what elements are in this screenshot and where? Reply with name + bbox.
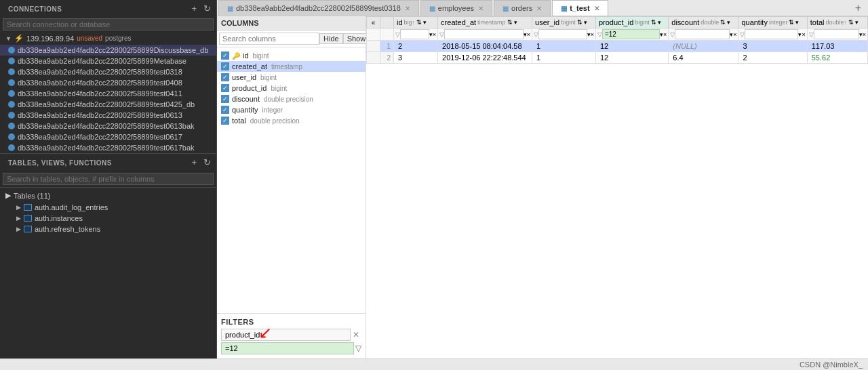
column-checkbox[interactable]: ✓ [221, 95, 229, 103]
column-checkbox[interactable]: ✓ [221, 106, 229, 114]
filter-clear-button[interactable]: × [733, 31, 736, 38]
tab-item[interactable]: ▦db338ea9abb2ed4fadb2cc228002f58899test0… [218, 0, 419, 16]
tables-group-title[interactable]: ▶ Tables (11) [3, 189, 214, 202]
database-item[interactable]: db338ea9abb2ed4fadb2cc228002f58899test06… [0, 121, 216, 131]
database-item[interactable]: db338ea9abb2ed4fadb2cc228002f58899test06… [0, 110, 216, 121]
sort-button[interactable]: ⇅ [720, 19, 726, 26]
filter-clear-button[interactable]: × [863, 31, 866, 38]
filter-clear-button[interactable]: × [663, 31, 667, 38]
column-item[interactable]: ✓ 🔑 id bigint [217, 50, 366, 61]
sort-button[interactable]: ⇅ [651, 19, 656, 26]
column-filter-input[interactable] [538, 29, 587, 39]
column-filter-input[interactable] [444, 29, 524, 39]
product-id-cell: 12 [595, 41, 668, 52]
column-item[interactable]: ✓ discount double precision [217, 94, 366, 104]
column-checkbox[interactable]: ✓ [221, 84, 229, 92]
tables-group: ▶ Tables (11) ▶auth.audit_log_entries▶au… [0, 188, 216, 236]
add-table-button[interactable]: + [189, 156, 199, 169]
column-menu-button[interactable]: ▾ [855, 19, 859, 26]
column-item[interactable]: ✓ user_id bigint [217, 72, 366, 83]
filter-field-input[interactable] [221, 329, 351, 341]
table-item[interactable]: ▶auth.audit_log_entries [3, 202, 214, 213]
sort-button[interactable]: ⇅ [577, 19, 583, 26]
column-type: bigint [260, 74, 277, 81]
refresh-tables-button[interactable]: ↻ [201, 156, 214, 169]
column-menu-button[interactable]: ▾ [423, 19, 427, 26]
column-filter-input[interactable] [814, 29, 859, 39]
column-filter-input[interactable] [400, 29, 429, 39]
table-item[interactable]: ▶auth.instances [3, 213, 214, 224]
database-item[interactable]: db338ea9abb2ed4fadb2cc228002f58899test06… [0, 131, 216, 142]
filter-clear-button[interactable]: × [527, 31, 530, 38]
column-filter-input[interactable] [675, 29, 730, 39]
column-menu-button[interactable]: ▾ [795, 19, 799, 26]
tab-item[interactable]: ▦orders✕ [494, 0, 551, 16]
filter-cell-icon: ▽ [597, 31, 602, 38]
add-tab-button[interactable]: + [850, 2, 867, 14]
database-item[interactable]: db338ea9abb2ed4fadb2cc228002f58899test04… [0, 88, 216, 99]
filter-cell-icon: ▽ [670, 31, 675, 38]
filter-cell-icon: ▽ [534, 31, 538, 38]
tables-search-input[interactable] [3, 173, 214, 185]
columns-search-input[interactable] [219, 33, 319, 45]
database-item[interactable]: db338ea9abb2ed4fadb2cc228002f58899Metaba… [0, 56, 216, 66]
filter-close-button[interactable]: ✕ [351, 330, 361, 340]
database-item[interactable]: db338ea9abb2ed4fadb2cc228002f58899test04… [0, 77, 216, 88]
database-item[interactable]: db338ea9abb2ed4fadb2cc228002f58899Discus… [0, 45, 216, 56]
column-checkbox[interactable]: ✓ [221, 117, 229, 125]
tab-label: orders [511, 4, 532, 12]
column-header: discount double ⇅ ▾ [669, 17, 738, 28]
tab-item[interactable]: ▦t_test✕ [552, 0, 608, 16]
filter-funnel-icon[interactable]: ▽ [355, 344, 361, 353]
column-filter-input[interactable] [602, 29, 660, 39]
filter-cell-icon: ▽ [439, 31, 444, 38]
column-checkbox[interactable]: ✓ [221, 52, 229, 60]
column-item[interactable]: ✓ created_at timestamp [217, 61, 366, 72]
sort-button[interactable]: ⇅ [416, 19, 422, 26]
table-item[interactable]: ▶auth.refresh_tokens [3, 224, 214, 234]
column-menu-button[interactable]: ▾ [727, 19, 730, 26]
row-expand-cell [367, 52, 380, 64]
refresh-connections-button[interactable]: ↻ [201, 2, 214, 15]
col-header-name: total [810, 18, 825, 26]
connection-search-input[interactable] [3, 18, 214, 30]
tab-close-button[interactable]: ✕ [536, 5, 542, 12]
column-item[interactable]: ✓ quantity integer [217, 104, 366, 115]
add-connection-button[interactable]: + [189, 2, 199, 15]
table-item-name: auth.audit_log_entries [35, 203, 108, 211]
expand-all-button[interactable]: « [372, 19, 376, 26]
column-item[interactable]: ✓ total double precision [217, 115, 366, 126]
tab-label: t_test [570, 4, 589, 12]
tab-close-button[interactable]: ✕ [405, 5, 410, 12]
hide-columns-button[interactable]: Hide [319, 33, 343, 44]
filter-item: ✕ ▽ ↙ [221, 329, 361, 354]
filter-clear-button[interactable]: × [591, 31, 594, 38]
column-filter-input[interactable] [745, 29, 798, 39]
column-menu-button[interactable]: ▾ [514, 19, 517, 26]
column-checkbox[interactable]: ✓ [221, 73, 229, 81]
table-row[interactable]: 122018-05-15 08:04:04.58112(NULL)3117.03 [367, 41, 868, 52]
database-item[interactable]: db338ea9abb2ed4fadb2cc228002f58899test06… [0, 142, 216, 153]
column-menu-button[interactable]: ▾ [584, 19, 587, 26]
col-type-label: integer [769, 19, 788, 26]
filter-value-input[interactable] [221, 342, 354, 354]
column-checkbox[interactable]: ✓ [221, 62, 229, 70]
filter-clear-button[interactable]: × [802, 31, 805, 38]
column-item[interactable]: ✓ product_id bigint [217, 83, 366, 94]
filter-cell: ▽ ▾ × [807, 28, 867, 41]
sort-button[interactable]: ⇅ [507, 19, 513, 26]
data-table-area[interactable]: « id big↑ ⇅ ▾ created_at timestamp ⇅ ▾ u… [366, 16, 868, 358]
database-item[interactable]: db338ea9abb2ed4fadb2cc228002f58899test03… [0, 66, 216, 77]
tab-item[interactable]: ▦employees✕ [420, 0, 492, 16]
sort-button[interactable]: ⇅ [848, 19, 854, 26]
tab-close-button[interactable]: ✕ [594, 5, 599, 12]
table-row[interactable]: 232019-12-06 22:22:48.5441126.4255.62 [367, 52, 868, 64]
connections-title: CONNECTIONS [3, 1, 67, 16]
filter-clear-button[interactable]: × [433, 31, 436, 38]
database-item[interactable]: db338ea9abb2ed4fadb2cc228002f58899test04… [0, 99, 216, 110]
column-header: user_id bigint ⇅ ▾ [532, 17, 596, 28]
user-id-cell: 1 [532, 52, 596, 64]
sort-button[interactable]: ⇅ [789, 19, 794, 26]
column-menu-button[interactable]: ▾ [658, 19, 661, 26]
tab-close-button[interactable]: ✕ [478, 5, 484, 12]
